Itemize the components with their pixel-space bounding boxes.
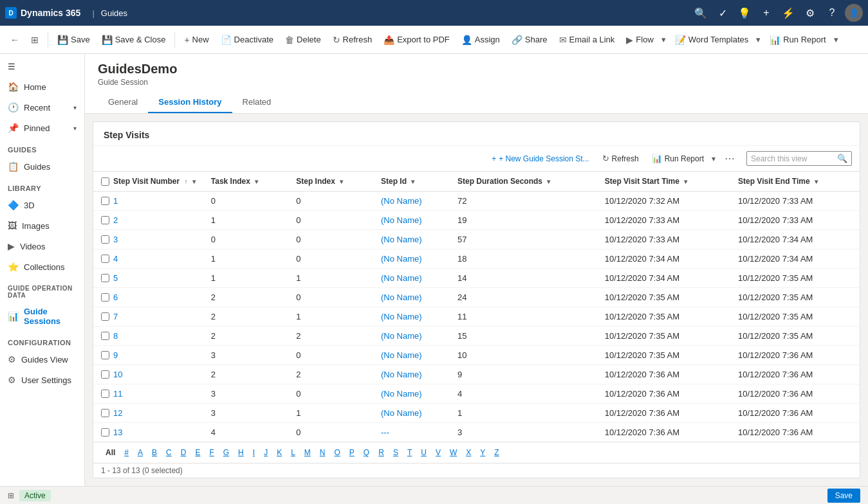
delete-button[interactable]: 🗑 Delete	[280, 32, 326, 48]
help-icon[interactable]: 💡	[735, 4, 753, 22]
deactivate-button[interactable]: 📄 Deactivate	[216, 32, 279, 48]
pagination-c[interactable]: C	[162, 446, 176, 459]
filter-icon[interactable]: ⚡	[779, 4, 797, 22]
search-input[interactable]	[751, 154, 835, 163]
step-visit-number-link[interactable]: 10	[113, 370, 122, 379]
row-checkbox-5[interactable]	[101, 293, 109, 302]
row-checkbox-11[interactable]	[101, 409, 109, 417]
panel-run-report-button[interactable]: 📊 Run Report	[647, 151, 709, 166]
settings-check-icon[interactable]: ✓	[714, 4, 732, 22]
pagination-i[interactable]: I	[248, 446, 259, 459]
pagination-g[interactable]: G	[219, 446, 234, 459]
step-visit-number-link[interactable]: 3	[113, 235, 118, 244]
step-visit-number-link[interactable]: 4	[113, 254, 118, 264]
step-id-link[interactable]: (No Name)	[381, 196, 422, 206]
tab-session-history[interactable]: Session History	[148, 92, 232, 113]
word-templates-arrow-button[interactable]: ▾	[753, 32, 763, 48]
sidebar-item-videos[interactable]: ▶ Videos	[0, 236, 84, 256]
pagination-j[interactable]: J	[259, 446, 272, 459]
sidebar-item-3d[interactable]: 🔷 3D	[0, 195, 84, 215]
refresh-button[interactable]: ↻ Refresh	[328, 32, 378, 48]
row-checkbox-1[interactable]	[101, 216, 109, 224]
pagination-f[interactable]: F	[205, 446, 218, 459]
step-visit-number-link[interactable]: 2	[113, 215, 118, 225]
row-checkbox-12[interactable]	[101, 428, 109, 437]
step-id-link[interactable]: ---	[381, 428, 389, 437]
pagination-b[interactable]: B	[147, 446, 162, 459]
step-visit-number-link[interactable]: 7	[113, 312, 118, 321]
sidebar-item-guides[interactable]: 📋 Guides	[0, 156, 84, 177]
step-visit-number-link[interactable]: 11	[113, 389, 122, 399]
select-all-checkbox[interactable]	[101, 177, 109, 186]
assign-button[interactable]: 👤 Assign	[456, 32, 505, 48]
back-button[interactable]: ←	[5, 32, 24, 48]
export-pdf-button[interactable]: 📤 Export to PDF	[378, 32, 455, 48]
question-icon[interactable]: ?	[823, 4, 841, 22]
run-report-arrow-button[interactable]: ▾	[831, 32, 841, 48]
gear-icon[interactable]: ⚙	[801, 4, 819, 22]
step-id-link[interactable]: (No Name)	[381, 215, 422, 225]
panel-more-button[interactable]: ⋯	[721, 150, 739, 167]
sidebar-item-user-settings[interactable]: ⚙ User Settings	[0, 370, 84, 390]
step-visit-number-link[interactable]: 13	[113, 428, 122, 437]
pagination-v[interactable]: V	[431, 446, 445, 459]
flow-button[interactable]: ▶ Flow	[621, 32, 658, 48]
step-id-link[interactable]: (No Name)	[381, 292, 422, 302]
step-id-link[interactable]: (No Name)	[381, 235, 422, 244]
pagination-t[interactable]: T	[403, 446, 416, 459]
pagination-all[interactable]: All	[101, 446, 120, 459]
step-visit-number-link[interactable]: 1	[113, 196, 118, 206]
pagination-r[interactable]: R	[374, 446, 389, 459]
step-index-header[interactable]: Step Index ▾	[288, 172, 373, 192]
task-index-header[interactable]: Task Index ▾	[203, 172, 288, 192]
pagination-n[interactable]: N	[315, 446, 330, 459]
pagination-y[interactable]: Y	[476, 446, 490, 459]
email-link-button[interactable]: ✉ Email a Link	[554, 32, 620, 48]
pagination-s[interactable]: S	[389, 446, 403, 459]
row-checkbox-8[interactable]	[101, 351, 109, 359]
new-button[interactable]: + New	[179, 32, 214, 48]
row-checkbox-7[interactable]	[101, 332, 109, 340]
step-visit-number-link[interactable]: 6	[113, 292, 118, 302]
row-checkbox-10[interactable]	[101, 390, 109, 398]
row-checkbox-6[interactable]	[101, 312, 109, 321]
pagination-d[interactable]: D	[176, 446, 191, 459]
step-id-link[interactable]: (No Name)	[381, 312, 422, 321]
sidebar-item-hamburger[interactable]: ☰	[0, 57, 84, 76]
step-id-header[interactable]: Step Id ▾	[373, 172, 450, 192]
save-button[interactable]: 💾 Save	[52, 32, 95, 48]
status-bar-expand-icon[interactable]: ⊞	[8, 491, 14, 500]
pagination-u[interactable]: U	[416, 446, 431, 459]
step-id-link[interactable]: (No Name)	[381, 273, 422, 283]
tab-general[interactable]: General	[98, 92, 148, 113]
row-checkbox-9[interactable]	[101, 370, 109, 379]
pagination-e[interactable]: E	[190, 446, 205, 459]
sidebar-item-guide-sessions[interactable]: 📊 Guide Sessions	[0, 302, 84, 331]
user-avatar[interactable]: 👤	[845, 4, 863, 22]
pagination-o[interactable]: O	[330, 446, 345, 459]
sidebar-item-home[interactable]: 🏠 Home	[0, 76, 84, 97]
step-id-link[interactable]: (No Name)	[381, 389, 422, 399]
step-id-link[interactable]: (No Name)	[381, 350, 422, 360]
status-bar-save-button[interactable]: Save	[827, 489, 860, 503]
sidebar-item-images[interactable]: 🖼 Images	[0, 215, 84, 236]
pagination-x[interactable]: X	[461, 446, 476, 459]
pagination-p[interactable]: P	[345, 446, 359, 459]
panel-refresh-button[interactable]: ↻ Refresh	[597, 151, 644, 166]
step-duration-header[interactable]: Step Duration Seconds ▾	[450, 172, 597, 192]
pagination-q[interactable]: Q	[359, 446, 374, 459]
sidebar-item-guides-view[interactable]: ⚙ Guides View	[0, 349, 84, 370]
flow-arrow-button[interactable]: ▾	[659, 32, 669, 48]
word-templates-button[interactable]: 📝 Word Templates	[670, 32, 753, 48]
step-id-link[interactable]: (No Name)	[381, 331, 422, 341]
pagination-z[interactable]: Z	[490, 446, 503, 459]
pagination-#[interactable]: #	[120, 446, 133, 459]
row-checkbox-4[interactable]	[101, 274, 109, 282]
sidebar-item-pinned[interactable]: 📌 Pinned ▾	[0, 118, 84, 138]
step-visit-number-link[interactable]: 8	[113, 331, 118, 341]
panel-run-report-arrow[interactable]: ▾	[709, 151, 718, 166]
step-visit-number-link[interactable]: 5	[113, 273, 118, 283]
pagination-h[interactable]: H	[234, 446, 248, 459]
step-id-link[interactable]: (No Name)	[381, 408, 422, 418]
step-id-link[interactable]: (No Name)	[381, 370, 422, 379]
